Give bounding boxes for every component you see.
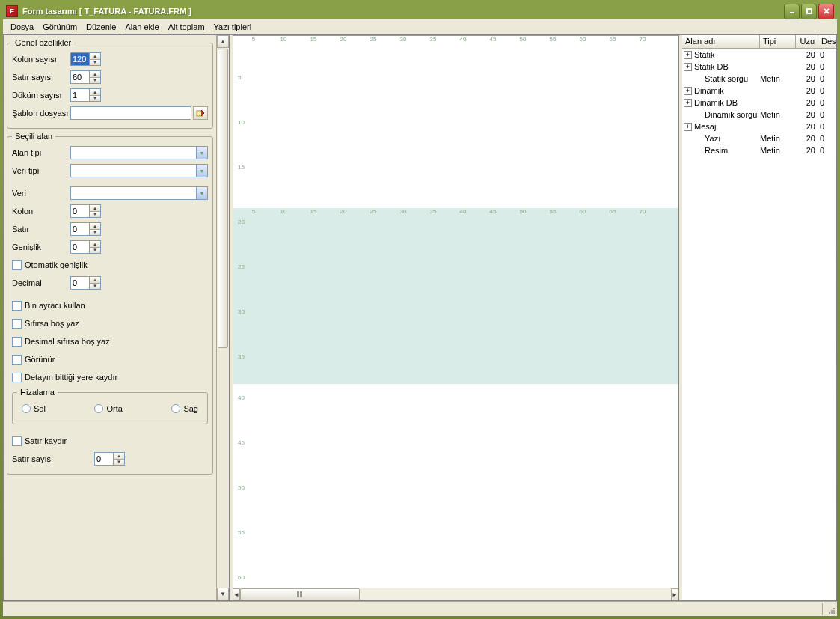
tree-header-type[interactable]: Tipi: [760, 35, 796, 48]
chevron-down-icon[interactable]: ▼: [196, 165, 207, 177]
tree-cell-dec: 0: [818, 74, 836, 83]
scroll-up-button[interactable]: ▲: [217, 35, 229, 48]
sel-satir-spinner[interactable]: ▲▼: [90, 222, 101, 236]
tree-row[interactable]: Dinamik sorguMetin200: [682, 109, 836, 121]
tree-row[interactable]: +Statik200: [682, 49, 836, 61]
dokum-sayisi-input[interactable]: [70, 88, 90, 102]
sel-kolon-input[interactable]: [70, 204, 90, 218]
tree-cell-name: Dinamik: [694, 86, 760, 95]
satir-kaydir-checkbox[interactable]: [12, 436, 22, 446]
menu-yazi-tipleri[interactable]: Yazı tipleri: [209, 21, 257, 33]
veri-tipi-combo[interactable]: ▼: [70, 164, 208, 177]
desimal-sifirsa-label: Desimal sıfırsa boş yaz: [25, 337, 110, 346]
wrap-satir-sayisi-input[interactable]: [94, 452, 114, 466]
hscroll-thumb[interactable]: [240, 588, 360, 600]
tree-cell-dec: 0: [818, 122, 836, 131]
bin-ayrac-checkbox[interactable]: [12, 301, 22, 311]
alan-tipi-combo[interactable]: ▼: [70, 146, 208, 159]
alan-tipi-label: Alan tipi: [12, 148, 70, 157]
general-group: Genel özellikler Kolon sayısı ▲▼ Satır s…: [7, 38, 213, 129]
header-region[interactable]: 510152025303540455055606570 51015: [233, 36, 678, 208]
tree-body[interactable]: +Statik200+Statik DB200Statik sorguMetin…: [682, 49, 836, 600]
left-scrollbar[interactable]: ▲ ▼: [216, 35, 229, 600]
oto-genislik-checkbox[interactable]: [12, 260, 22, 270]
canvas-hscrollbar[interactable]: ◄ ►: [233, 588, 678, 600]
satir-kaydir-label: Satır kaydır: [25, 436, 67, 445]
align-sag-radio[interactable]: Sağ: [171, 404, 198, 413]
detail-region[interactable]: 510152025303540455055606570 20253035: [233, 208, 678, 384]
sifirsa-bos-checkbox[interactable]: [12, 319, 22, 329]
sablon-browse-button[interactable]: [193, 106, 208, 120]
scroll-thumb[interactable]: [218, 49, 228, 348]
decimal-input[interactable]: [70, 276, 90, 290]
tree-row[interactable]: +Statik DB200: [682, 61, 836, 73]
sifirsa-bos-label: Sıfırsa boş yaz: [25, 319, 79, 328]
tree-row[interactable]: YazıMetin200: [682, 132, 836, 144]
tree-cell-dec: 0: [818, 86, 836, 95]
tree-cell-name: Yazı: [694, 134, 760, 143]
desimal-sifirsa-checkbox[interactable]: [12, 337, 22, 347]
kolon-sayisi-input[interactable]: [70, 52, 90, 66]
sel-kolon-spinner[interactable]: ▲▼: [90, 204, 101, 218]
align-sol-radio[interactable]: Sol: [22, 404, 46, 413]
resize-grip-icon[interactable]: [824, 602, 837, 616]
tree-row[interactable]: Statik sorguMetin200: [682, 73, 836, 85]
sel-satir-input[interactable]: [70, 222, 90, 236]
detay-kaydir-checkbox[interactable]: [12, 373, 22, 382]
tree-cell-dec: 0: [818, 50, 836, 59]
maximize-button[interactable]: [801, 4, 817, 19]
sel-kolon-label: Kolon: [12, 207, 70, 216]
chevron-down-icon[interactable]: ▼: [196, 147, 207, 159]
tree-expand-icon[interactable]: +: [684, 99, 692, 107]
satir-sayisi-label: Satır sayısı: [12, 73, 70, 82]
wrap-satir-sayisi-spinner[interactable]: ▲▼: [114, 452, 125, 466]
tree-cell-name: Dinamik sorgu: [694, 110, 760, 119]
tree-row[interactable]: ResimMetin200: [682, 144, 836, 156]
dokum-sayisi-spinner[interactable]: ▲▼: [90, 88, 101, 102]
tree-expand-icon[interactable]: +: [684, 51, 692, 59]
scroll-down-button[interactable]: ▼: [217, 588, 229, 600]
dokum-sayisi-label: Döküm sayısı: [12, 91, 70, 100]
sablon-input[interactable]: [70, 106, 191, 120]
genislik-input[interactable]: [70, 240, 90, 254]
svg-point-5: [833, 612, 835, 614]
tree-cell-len: 20: [796, 62, 818, 71]
minimize-button[interactable]: [784, 4, 800, 19]
tree-row[interactable]: +Dinamik200: [682, 85, 836, 97]
ruler-horizontal-top: 510152025303540455055606570: [233, 36, 678, 45]
tree-expand-icon[interactable]: +: [684, 63, 692, 71]
tree-row[interactable]: +Dinamik DB200: [682, 97, 836, 109]
tree-header-name[interactable]: Alan adı: [682, 35, 760, 48]
tree-expand-icon[interactable]: +: [684, 87, 692, 95]
menu-alt-toplam[interactable]: Alt toplam: [164, 21, 209, 33]
decimal-spinner[interactable]: ▲▼: [90, 276, 101, 290]
tree-expand-icon[interactable]: +: [684, 123, 692, 131]
satir-sayisi-input[interactable]: [70, 70, 90, 84]
tree-row[interactable]: +Mesaj200: [682, 121, 836, 132]
form-paper[interactable]: 510152025303540455055606570 51015 510152…: [233, 35, 678, 588]
ruler-vertical-top: 51015: [233, 36, 248, 208]
design-canvas[interactable]: 510152025303540455055606570 51015 510152…: [233, 35, 678, 588]
menu-duzenle[interactable]: Düzenle: [82, 21, 120, 33]
menu-dosya[interactable]: Dosya: [6, 21, 38, 33]
tree-cell-dec: 0: [818, 98, 836, 107]
close-button[interactable]: [818, 4, 834, 19]
genislik-spinner[interactable]: ▲▼: [90, 240, 101, 254]
veri-combo[interactable]: ▼: [70, 186, 208, 200]
tree-cell-name: Dinamik DB: [694, 98, 760, 107]
hscroll-left-button[interactable]: ◄: [233, 588, 240, 600]
satir-sayisi-spinner[interactable]: ▲▼: [90, 70, 101, 84]
footer-region[interactable]: 4045505560: [233, 384, 678, 588]
menu-gorunum[interactable]: Görünüm: [38, 21, 82, 33]
tree-header-len[interactable]: Uzu: [796, 35, 818, 48]
hscroll-right-button[interactable]: ►: [671, 588, 678, 600]
tree-header-dec[interactable]: Des: [818, 35, 836, 48]
wrap-satir-sayisi-label: Satır sayısı: [12, 454, 70, 463]
chevron-down-icon[interactable]: ▼: [196, 187, 207, 199]
kolon-sayisi-spinner[interactable]: ▲▼: [90, 52, 101, 66]
menu-alan-ekle[interactable]: Alan ekle: [120, 21, 163, 33]
gorunur-checkbox[interactable]: [12, 355, 22, 365]
align-orta-radio[interactable]: Orta: [94, 404, 122, 413]
veri-tipi-label: Veri tipi: [12, 166, 70, 175]
sablon-label: Şablon dosyası: [12, 109, 70, 118]
